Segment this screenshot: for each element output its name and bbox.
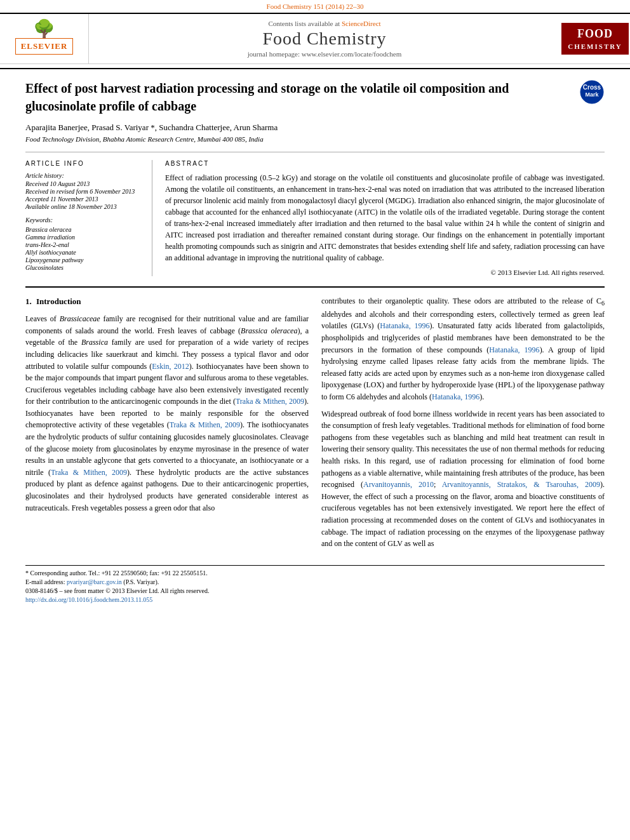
body-col1-para1: Leaves of Brassicaceae family are recogn… [25,313,309,514]
abstract-header: ABSTRACT [165,160,605,167]
affiliation: Food Technology Division, Bhabha Atomic … [25,135,605,143]
ref-arvan2[interactable]: Arvanitoyannis, Stratakos, & Tsarouhas, … [442,480,600,489]
footer-doi: http://dx.doi.org/10.1016/j.foodchem.201… [25,596,605,603]
logo-chemistry-text: CHEMISTRY [568,42,622,51]
body-col-right: contributes to their organoleptic qualit… [321,295,605,555]
history-online: Available online 18 November 2013 [25,203,143,210]
keywords-section: Keywords: Brassica oleracea Gamma irradi… [25,217,143,271]
keyword-3: trans-Hex-2-enal [25,241,143,248]
ref-arvan1[interactable]: Arvanitoyannis, 2010 [363,480,434,489]
elsevier-tree-icon: 🌳 [15,20,74,38]
journal-center: Contents lists available at ScienceDirec… [89,14,560,63]
body-col-left: 1. Introduction Leaves of Brassicaceae f… [25,295,309,555]
footnote-star: * Corresponding author. Tel.: +91 22 255… [25,570,605,577]
authors-line: Aparajita Banerjee, Prasad S. Variyar *,… [25,123,605,133]
citation-text: Food Chemistry 151 (2014) 22–30 [267,3,364,10]
ref-traka3[interactable]: Traka & Mithen, 2009 [51,468,127,477]
article-title-section: Effect of post harvest radiation process… [25,79,605,115]
article-info-abstract: ARTICLE INFO Article history: Received 1… [25,152,605,276]
history-revised: Received in revised form 6 November 2013 [25,188,143,195]
section1-title: 1. Introduction [25,295,309,308]
ref-hatanaka2[interactable]: Hatanaka, 1996 [489,345,539,354]
journal-header: Food Chemistry 151 (2014) 22–30 🌳 ELSEVI… [0,0,630,69]
food-chemistry-badge: FOOD CHEMISTRY [561,23,628,55]
ref-traka2[interactable]: Traka & Mithen, 2009 [170,420,240,429]
history-accepted: Accepted 11 November 2013 [25,196,143,203]
keyword-4: Allyl isothiocyanate [25,249,143,256]
body-two-col: 1. Introduction Leaves of Brassicaceae f… [25,295,605,555]
ref-traka1[interactable]: Traka & Mithen, 2009 [236,397,304,406]
history-received: Received 10 August 2013 [25,180,143,187]
body-col2-para2: Widespread outbreak of food borne illnes… [321,408,605,550]
sciencedirect-label: Contents lists available at ScienceDirec… [268,20,380,27]
journal-title: Food Chemistry [262,29,386,49]
ref-eskin[interactable]: Eskin, 2012 [152,362,189,371]
food-chemistry-logo: FOOD CHEMISTRY [560,14,630,63]
journal-top-bar: 🌳 ELSEVIER Contents lists available at S… [0,14,630,64]
sciencedirect-link[interactable]: ScienceDirect [342,20,381,27]
ref-hatanaka1[interactable]: Hatanaka, 1996 [380,321,429,330]
authors-text: Aparajita Banerjee, Prasad S. Variyar *,… [25,123,278,132]
footer-issn: 0308-8146/$ – see front matter © 2013 El… [25,587,605,594]
svg-text:Mark: Mark [585,91,599,98]
keyword-2: Gamma irradiation [25,234,143,241]
keyword-6: Glucosinolates [25,264,143,271]
abstract-col: ABSTRACT Effect of radiation processing … [165,160,605,276]
keywords-header: Keywords: [25,217,143,223]
logo-food-text: FOOD [568,27,622,41]
svg-text:Cross: Cross [583,84,601,91]
article-info-header: ARTICLE INFO [25,160,143,167]
body-col2-para1: contributes to their organoleptic qualit… [321,295,605,403]
article-citation: Food Chemistry 151 (2014) 22–30 [0,0,630,14]
elsevier-wordmark: ELSEVIER [15,38,74,57]
doi-link[interactable]: http://dx.doi.org/10.1016/j.foodchem.201… [25,596,152,603]
journal-homepage: journal homepage: www.elsevier.com/locat… [248,50,401,58]
section1-label: Introduction [36,297,81,306]
history-header: Article history: [25,172,143,179]
abstract-text: Effect of radiation processing (0.5–2 kG… [165,172,605,263]
elsevier-logo-area: 🌳 ELSEVIER [0,14,89,63]
section1-num: 1. [25,297,32,306]
article-info-col: ARTICLE INFO Article history: Received 1… [25,160,152,276]
copyright-line: © 2013 Elsevier Ltd. All rights reserved… [165,269,605,276]
ref-hatanaka3[interactable]: Hatanaka, 1996 [432,392,479,401]
keyword-5: Lipoxygenase pathway [25,257,143,263]
article-title-text: Effect of post harvest radiation process… [25,79,573,115]
body-content: 1. Introduction Leaves of Brassicaceae f… [25,286,605,555]
keyword-1: Brassica oleracea [25,226,143,233]
article-history: Article history: Received 10 August 2013… [25,172,143,210]
footer-area: * Corresponding author. Tel.: +91 22 255… [25,565,605,603]
crossmark-badge[interactable]: Cross Mark [579,79,605,105]
email-link[interactable]: pvariyar@barc.gov.in [67,578,122,585]
footnote-email: E-mail address: pvariyar@barc.gov.in (P.… [25,578,605,585]
main-content: Effect of post harvest radiation process… [0,69,630,615]
